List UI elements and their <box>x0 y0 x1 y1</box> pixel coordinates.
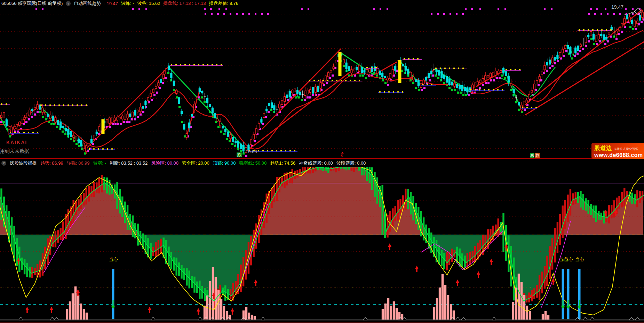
stock-title: 605056 咸亨国际(日线 前复权) <box>1 0 63 7</box>
watermark-brand: 股道边 <box>594 144 612 152</box>
wave-trough-value: 波谷: 15.62 <box>137 0 160 7</box>
watermark-line1: 股道边 指标公式量化资源 <box>594 144 642 152</box>
trend-signal-tag: 趋 <box>535 153 540 158</box>
signal-dot-rows <box>35 8 641 15</box>
kaikai-watermark-text: KAIKAI <box>6 140 27 145</box>
main-indicator-name[interactable]: 自动画线趋势 <box>74 0 101 7</box>
watermark-banner: 股道边 指标公式量化资源 www.de6688.com <box>591 143 644 159</box>
magic-line-select-value: 神奇线选股: 0.00 <box>299 160 333 166</box>
op-diff-value: 操盘差值: 8.76 <box>209 0 238 7</box>
drop-signal-tag: 跌 <box>237 152 242 157</box>
reduce-signal-tag: 减 <box>530 153 534 158</box>
trend-step-squares <box>0 18 644 157</box>
safe-zone-value: 安全区: 20.00 <box>182 160 209 166</box>
trend-lines <box>0 10 644 151</box>
band-select-value: 波段选股: 0.00 <box>336 160 366 166</box>
trend1-value: 趋势1: 74.56 <box>270 160 295 166</box>
candles <box>1 10 644 154</box>
main-indicator-value: : 19.47 <box>104 1 118 6</box>
oscillator-header-bar: ∨ 妖股波段捕捉 趋势: 86.99 转强: 86.99 转弱: - 判断: 8… <box>0 158 644 167</box>
sell-signal-label: S <box>341 154 343 158</box>
chevron-down-icon[interactable]: ∨ <box>66 1 71 6</box>
strength-line-value: 强弱线: 50.00 <box>239 160 267 166</box>
turn-strong-value: 转强: 86.99 <box>67 160 90 166</box>
judge-value: 判断: 83.52 : 83.52 <box>110 160 148 166</box>
main-chart-canvas <box>0 7 644 158</box>
oscillator-panel-canvas: 当心当心当心当心 <box>0 166 644 323</box>
op-line-value: 操盘线: 17.13 : 17.13 <box>163 0 206 7</box>
oscillator-name[interactable]: 妖股波段捕捉 <box>10 160 37 166</box>
main-gridlines <box>0 15 644 149</box>
future-data-warning-text: 用到未来数据 <box>0 149 29 153</box>
sell-arrow-icon <box>341 152 344 153</box>
turn-weak-value: 转弱: - <box>93 160 106 166</box>
watermark-url: www.de6688.com <box>594 152 642 158</box>
highlight-bars <box>102 52 401 134</box>
trend-value: 趋势: 86.99 <box>40 160 63 166</box>
volume-bars <box>66 267 549 320</box>
caution-label: 当心 <box>564 257 573 262</box>
chart-header-bar: 605056 咸亨国际(日线 前复权) ∨ 自动画线趋势 : 19.47 波峰:… <box>0 0 644 7</box>
chevron-down-icon[interactable]: ∨ <box>1 161 6 166</box>
caution-label: 当心 <box>575 257 585 262</box>
watermark-tagline: 指标公式量化资源 <box>613 147 638 151</box>
top-level-value: 顶部: 90.00 <box>213 160 236 166</box>
trading-app-screen: 605056 咸亨国际(日线 前复权) ∨ 自动画线趋势 : 19.47 波峰:… <box>0 0 644 323</box>
caution-label: 当心 <box>109 257 118 262</box>
wave-peak-value: 波峰: - <box>121 0 134 7</box>
low-price-label: 10.66 <box>246 149 257 154</box>
risk-zone-value: 风险区: 80.00 <box>151 160 178 166</box>
